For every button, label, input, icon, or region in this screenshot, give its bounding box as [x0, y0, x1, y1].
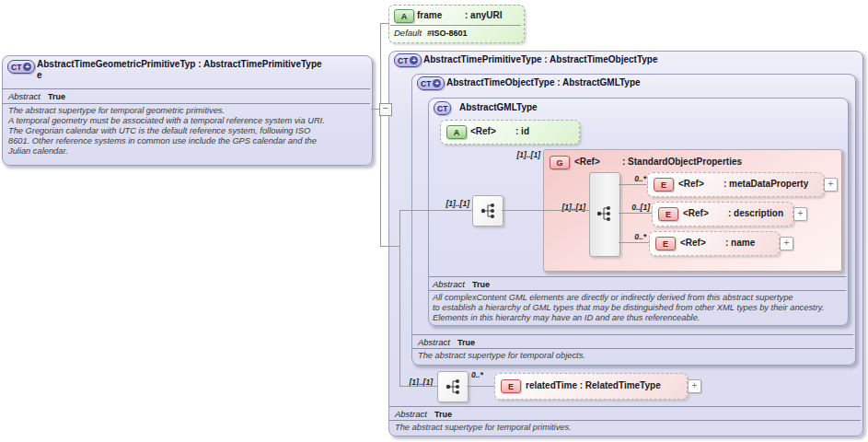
divider — [429, 290, 846, 291]
divider — [3, 88, 370, 89]
divider — [429, 276, 846, 277]
sequence-icon — [444, 378, 462, 396]
sequence-compositor[interactable] — [437, 371, 469, 402]
sequence-compositor[interactable] — [472, 195, 503, 227]
abstract-label: Abstract — [8, 91, 41, 101]
element-type: : description — [728, 208, 783, 218]
connector-line — [619, 242, 649, 243]
element-icon: E — [655, 237, 676, 250]
attribute-name: <Ref> — [470, 126, 496, 136]
divider — [412, 348, 853, 349]
complex-type-icon: CT — [434, 101, 451, 115]
schema-diagram: − A frame : anyURI Default #ISO-8601 CT+… — [0, 0, 868, 442]
group-name: <Ref> — [574, 157, 600, 167]
expand-icon[interactable]: + — [824, 178, 838, 192]
connector-line — [380, 114, 381, 246]
default-label: Default — [394, 28, 422, 38]
connector-line — [371, 109, 379, 110]
type-title: AbstractTimePrimitiveType : AbstractTime… — [423, 54, 658, 64]
connector-line — [399, 210, 472, 211]
complex-type-icon: CT+ — [394, 53, 422, 67]
plus-badge-icon: + — [23, 63, 31, 71]
connector-line — [619, 184, 647, 185]
abstract-label: Abstract — [395, 409, 427, 419]
plus-badge-icon: + — [433, 79, 441, 87]
connector-line — [467, 386, 494, 387]
type-title: AbstractGMLType — [459, 102, 538, 112]
abstract-value: True — [48, 92, 65, 101]
complex-type-icon: CT+ — [7, 60, 35, 74]
cardinality-label: [1]..[1] — [431, 199, 469, 208]
group-icon: G — [550, 156, 570, 169]
connector-line — [380, 23, 381, 103]
collapse-toggle[interactable]: − — [379, 103, 392, 116]
cardinality-label: [1]..[1] — [502, 150, 540, 159]
connector-line — [380, 246, 399, 247]
type-documentation: The abstract supertype for temporal obje… — [418, 351, 841, 361]
element-name: <Ref> — [678, 179, 704, 189]
abstract-value: True — [472, 280, 490, 289]
element-type: : name — [725, 238, 755, 248]
attribute-icon: A — [446, 125, 467, 139]
element-type: : metaDataProperty — [723, 179, 808, 189]
expand-icon[interactable]: + — [780, 237, 793, 250]
attribute-type: : anyURI — [465, 10, 503, 20]
abstract-label: Abstract — [433, 279, 465, 289]
sequence-icon — [595, 204, 613, 223]
abstract-value: True — [457, 338, 475, 347]
cardinality-label: 0..* — [622, 232, 646, 241]
connector-line — [399, 210, 400, 386]
attribute-type: : id — [515, 126, 529, 136]
type-documentation: The abstract supertype for temporal prim… — [395, 423, 855, 433]
divider — [390, 25, 521, 26]
element-icon: E — [501, 379, 521, 393]
cardinality-label: 0..* — [622, 174, 646, 183]
default-value: #ISO-8601 — [427, 29, 468, 38]
divider — [389, 406, 861, 407]
abstract-label: Abstract — [418, 337, 450, 347]
type-title: AbstractTimeGeometricPrimitiveTyp : Abst… — [37, 59, 322, 69]
type-documentation: All complexContent GML elements are dire… — [433, 293, 845, 323]
cardinality-label: 0..* — [471, 370, 483, 379]
element-icon: E — [654, 178, 674, 192]
element-name: <Ref> — [683, 208, 709, 218]
element-name: relatedTime : RelatedTimeType — [526, 380, 661, 390]
type-title: AbstractTimeObjectType : AbstractGMLType — [446, 77, 641, 87]
expand-icon[interactable]: + — [793, 207, 807, 221]
connector-line — [619, 213, 652, 214]
type-title-wrap: e — [37, 70, 42, 80]
sequence-icon — [479, 202, 497, 220]
complex-type-icon: CT+ — [417, 76, 445, 90]
attribute-icon: A — [394, 9, 414, 23]
type-documentation: The abstract supertype for temporal geom… — [8, 106, 369, 157]
divider — [3, 103, 370, 104]
connector-line — [380, 23, 388, 24]
group-type: : StandardObjectProperties — [622, 157, 742, 167]
abstract-value: True — [434, 410, 452, 419]
plus-badge-icon: + — [410, 56, 418, 64]
connector-line — [399, 386, 437, 387]
attribute-name: frame — [417, 10, 442, 20]
element-icon: E — [658, 207, 678, 221]
expand-icon[interactable]: + — [688, 379, 701, 393]
minus-icon: − — [383, 103, 388, 113]
cardinality-label: 0..[1] — [620, 203, 650, 212]
divider — [389, 420, 861, 421]
element-name: <Ref> — [680, 238, 706, 248]
divider — [412, 334, 853, 335]
connector-line — [502, 210, 589, 211]
